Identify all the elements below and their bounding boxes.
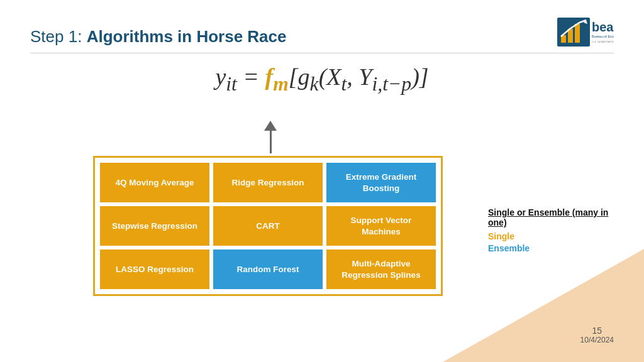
- cell-stepwise-regression: Stepwise Regression: [100, 206, 209, 246]
- title-bold: Algorithms in Horse Race: [87, 27, 287, 46]
- cell-mars: Multi-Adaptive Regression Splines: [326, 250, 436, 289]
- header-divider: [30, 53, 614, 53]
- svg-rect-2: [568, 29, 573, 43]
- formula-fm: fm: [265, 63, 289, 90]
- formula-text: yit = fm[gk(Xt, Yi,t−p)]: [215, 63, 428, 90]
- formula: yit = fm[gk(Xt, Yi,t−p)]: [0, 63, 644, 96]
- page-number: 15 10/4/2024: [580, 326, 614, 344]
- page-title: Step 1: Algorithms in Horse Race: [30, 27, 286, 47]
- bea-logo-svg: bea Bureau of Economic Analysis U.S. DEP…: [557, 18, 614, 55]
- page-date: 10/4/2024: [580, 336, 614, 344]
- arrow-head: [264, 121, 277, 131]
- cell-4q-moving-average: 4Q Moving Average: [100, 163, 209, 202]
- cell-support-vector-machines: Support Vector Machines: [326, 206, 436, 246]
- algorithm-grid-container: 4Q Moving Average Ridge Regression Extre…: [93, 156, 443, 296]
- arrow-up: [264, 121, 277, 153]
- algorithm-grid: 4Q Moving Average Ridge Regression Extre…: [100, 163, 436, 289]
- header: Step 1: Algorithms in Horse Race bea Bur…: [30, 18, 614, 55]
- svg-text:U.S. DEPARTMENT OF COMMERCE: U.S. DEPARTMENT OF COMMERCE: [592, 40, 614, 43]
- bg-decoration: [443, 249, 644, 362]
- legend-ensemble: Ensemble: [488, 243, 614, 253]
- title-prefix: Step 1:: [30, 27, 87, 46]
- cell-random-forest: Random Forest: [213, 250, 323, 289]
- svg-rect-3: [575, 24, 580, 43]
- page-num: 15: [580, 326, 614, 336]
- svg-text:Bureau of Economic Analysis: Bureau of Economic Analysis: [592, 35, 614, 38]
- svg-text:bea: bea: [592, 20, 614, 34]
- cell-ridge-regression: Ridge Regression: [213, 163, 323, 202]
- cell-cart: CART: [213, 206, 323, 246]
- legend-title: Single or Ensemble (many in one): [488, 207, 614, 228]
- arrow-line: [270, 131, 272, 153]
- bea-logo: bea Bureau of Economic Analysis U.S. DEP…: [557, 18, 614, 55]
- cell-lasso-regression: LASSO Regression: [100, 250, 209, 289]
- legend-single: Single: [488, 231, 614, 241]
- cell-extreme-gradient-boosting: Extreme Gradient Boosting: [326, 163, 436, 202]
- legend: Single or Ensemble (many in one) Single …: [488, 207, 614, 253]
